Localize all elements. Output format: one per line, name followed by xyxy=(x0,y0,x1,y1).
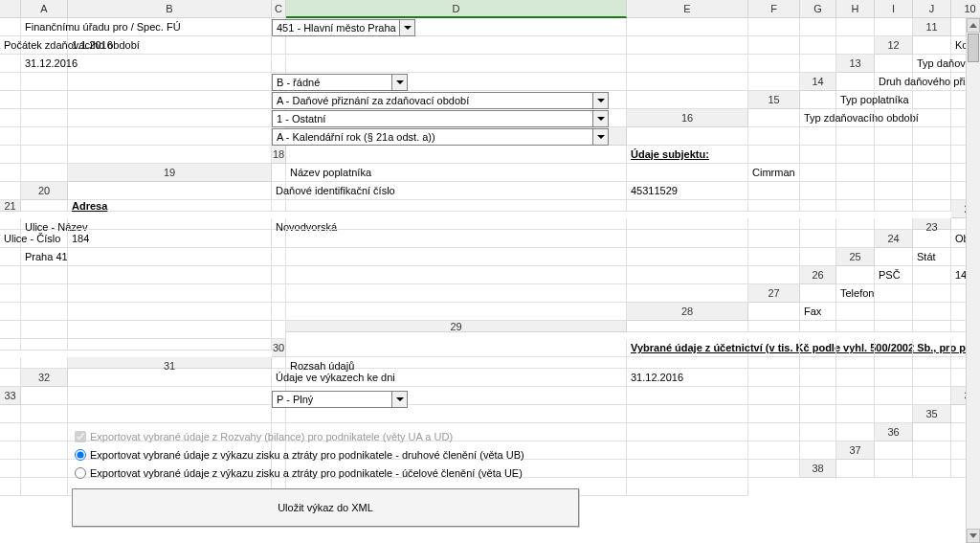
row-header-33[interactable]: 33 xyxy=(0,387,21,405)
cell-empty[interactable] xyxy=(836,423,875,441)
cell-empty[interactable] xyxy=(836,36,875,55)
cell-empty[interactable] xyxy=(836,182,875,200)
col-header-D[interactable]: D xyxy=(286,0,627,18)
cell-empty[interactable] xyxy=(0,164,21,182)
cell-empty[interactable] xyxy=(68,266,272,284)
druh-priznani-combo[interactable]: A - Daňové přiznání za zdaňovací období xyxy=(272,92,609,109)
row-header-30[interactable]: 30 xyxy=(272,339,286,357)
cell-B13[interactable]: Typ daňového přiznání xyxy=(913,55,951,73)
cell-empty[interactable] xyxy=(800,321,836,332)
cell-empty[interactable] xyxy=(0,248,21,266)
cell-empty[interactable] xyxy=(0,460,21,478)
cell-empty[interactable] xyxy=(21,321,68,339)
cell-empty[interactable] xyxy=(748,146,800,164)
cell-empty[interactable] xyxy=(286,266,627,284)
cell-empty[interactable] xyxy=(748,55,800,73)
cell-empty[interactable] xyxy=(875,109,913,127)
cell-empty[interactable] xyxy=(836,339,875,357)
chevron-down-icon[interactable] xyxy=(399,20,414,35)
cell-empty[interactable] xyxy=(21,164,68,182)
cell-empty[interactable] xyxy=(68,182,272,200)
cell-empty[interactable] xyxy=(272,164,286,182)
cell-empty[interactable] xyxy=(68,218,272,230)
cell-B11[interactable]: Počátek zdaňovacího období xyxy=(0,36,21,55)
row-header-19[interactable]: 19 xyxy=(68,164,272,182)
cell-empty[interactable] xyxy=(627,91,748,109)
cell-empty[interactable] xyxy=(0,146,21,164)
cell-empty[interactable] xyxy=(627,405,748,423)
cell-empty[interactable] xyxy=(913,182,951,200)
row-header-36[interactable]: 36 xyxy=(875,423,913,441)
cell-empty[interactable] xyxy=(0,91,21,109)
rozsah-combo[interactable]: P - Plný xyxy=(272,391,408,408)
scroll-thumb[interactable] xyxy=(968,34,979,62)
cell-empty[interactable] xyxy=(913,200,951,212)
cell-B21[interactable]: Adresa xyxy=(68,200,272,212)
cell-empty[interactable] xyxy=(68,55,272,73)
cell-empty[interactable] xyxy=(68,91,272,109)
cell-empty[interactable] xyxy=(286,218,627,230)
typ-zdan-obdobi-combo[interactable]: A - Kalendářní rok (§ 21a odst. a)) xyxy=(272,128,609,146)
cell-empty[interactable] xyxy=(748,303,800,321)
cell-empty[interactable] xyxy=(286,182,627,200)
row-header-11[interactable]: 11 xyxy=(913,18,951,36)
cell-empty[interactable] xyxy=(286,230,627,248)
cell-empty[interactable] xyxy=(0,405,21,423)
cell-empty[interactable] xyxy=(21,441,68,460)
cell-empty[interactable] xyxy=(272,357,286,369)
cell-empty[interactable] xyxy=(748,369,800,387)
cell-empty[interactable] xyxy=(21,478,68,496)
cell-empty[interactable] xyxy=(748,266,800,284)
row-header-24[interactable]: 24 xyxy=(875,230,913,248)
cell-empty[interactable] xyxy=(875,405,913,423)
cell-empty[interactable] xyxy=(272,321,286,339)
cell-empty[interactable] xyxy=(21,91,68,109)
cell-empty[interactable] xyxy=(21,127,68,146)
cell-empty[interactable] xyxy=(627,218,748,230)
row-header-29[interactable]: 29 xyxy=(286,321,627,332)
chevron-down-icon[interactable] xyxy=(391,392,407,407)
row-header-20[interactable]: 20 xyxy=(21,182,68,200)
row-header-18[interactable]: 18 xyxy=(272,146,286,164)
row-header-38[interactable]: 38 xyxy=(800,460,836,478)
cell-empty[interactable] xyxy=(627,423,748,441)
cell-empty[interactable] xyxy=(800,230,836,248)
export-ue-radio[interactable]: Exportovat vybrané údaje z výkazu zisku … xyxy=(75,467,523,479)
corner-cell[interactable] xyxy=(0,0,21,18)
fin-office-combo[interactable]: 451 - Hlavní město Praha xyxy=(272,19,415,36)
row-header-26[interactable]: 26 xyxy=(800,266,836,284)
cell-empty[interactable] xyxy=(875,357,913,369)
cell-empty[interactable] xyxy=(913,387,951,405)
cell-empty[interactable] xyxy=(68,284,272,303)
cell-empty[interactable] xyxy=(748,441,800,460)
row-header-14[interactable]: 14 xyxy=(800,73,836,91)
cell-empty[interactable] xyxy=(627,387,748,405)
cell-empty[interactable] xyxy=(800,36,836,55)
row-header-16[interactable]: 16 xyxy=(627,109,748,127)
row-header-10[interactable]: 10 xyxy=(951,0,980,18)
cell-empty[interactable] xyxy=(21,357,68,369)
cell-empty[interactable] xyxy=(800,423,836,441)
cell-empty[interactable] xyxy=(21,109,68,127)
cell-empty[interactable] xyxy=(68,405,272,423)
cell-empty[interactable] xyxy=(68,18,272,36)
cell-empty[interactable] xyxy=(913,321,951,332)
chevron-down-icon[interactable] xyxy=(592,111,608,126)
cell-empty[interactable] xyxy=(836,405,875,423)
row-header-35[interactable]: 35 xyxy=(913,405,951,423)
col-header-C[interactable]: C xyxy=(272,0,286,18)
cell-empty[interactable] xyxy=(0,284,21,303)
row-header-23[interactable]: 23 xyxy=(913,218,951,230)
cell-empty[interactable] xyxy=(748,387,800,405)
cell-empty[interactable] xyxy=(21,36,68,55)
cell-empty[interactable] xyxy=(21,266,68,284)
cell-empty[interactable] xyxy=(748,460,800,478)
cell-empty[interactable] xyxy=(0,127,21,146)
row-header-21[interactable]: 21 xyxy=(0,200,21,212)
save-xml-button[interactable]: Uložit výkaz do XML xyxy=(72,488,579,527)
cell-empty[interactable] xyxy=(875,339,913,357)
cell-empty[interactable] xyxy=(286,339,627,357)
cell-empty[interactable] xyxy=(913,423,951,441)
cell-empty[interactable] xyxy=(21,387,68,405)
cell-empty[interactable] xyxy=(913,369,951,387)
